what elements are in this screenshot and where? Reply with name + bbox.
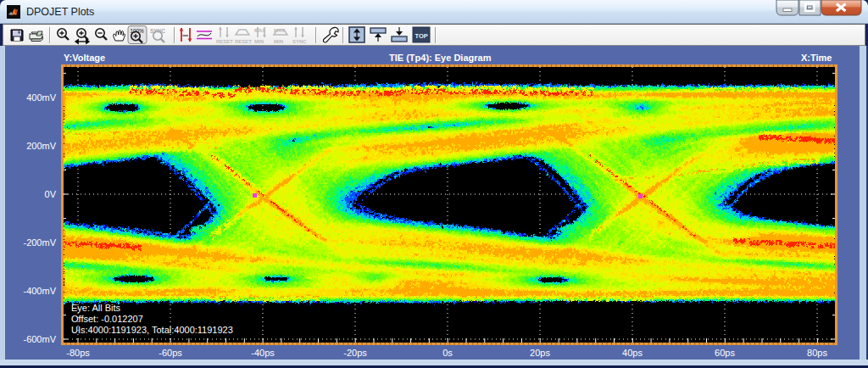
svg-text:SYNC: SYNC xyxy=(292,39,307,44)
svg-text:RESET: RESET xyxy=(216,39,233,44)
svg-text:MIN: MIN xyxy=(254,39,264,44)
svg-text:MIN: MIN xyxy=(274,39,283,44)
svg-text:TOP: TOP xyxy=(415,32,428,40)
svg-text:MAX: MAX xyxy=(254,28,265,33)
svg-text:RESET: RESET xyxy=(235,39,252,44)
svg-text:MAX: MAX xyxy=(274,28,285,33)
